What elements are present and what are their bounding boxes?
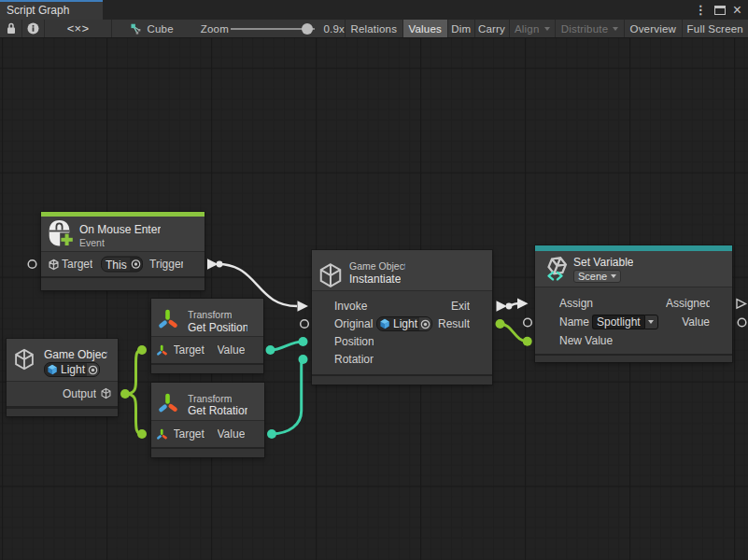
node-get-rotation[interactable]: Transform Get Rotation Target Value: [151, 383, 264, 457]
node-footer: [151, 447, 264, 457]
port-value-output-get-rotation[interactable]: [267, 429, 276, 439]
port-value-output-get-position[interactable]: [266, 345, 275, 355]
port-output-game-object[interactable]: [120, 389, 130, 399]
target-port-label: Target: [174, 427, 205, 441]
distribute-button[interactable]: Distribute: [556, 20, 625, 37]
variable-name-value: Spotlight: [592, 315, 644, 329]
scope-value: Scene: [578, 271, 607, 282]
node-footer: [7, 406, 118, 416]
mouse-add-icon: [48, 219, 74, 247]
target-port-label: Target: [174, 343, 205, 357]
node-set-variable[interactable]: Set Variable Scene Assign Assigned Name …: [535, 245, 732, 362]
node-footer: [41, 276, 205, 290]
position-port-label: Position: [334, 335, 374, 348]
node-footer: [151, 363, 263, 373]
align-caret-icon: [544, 27, 550, 31]
node-instantiate[interactable]: Game Object Instantiate Invoke Exit Orig…: [312, 250, 492, 385]
align-button[interactable]: Align: [510, 20, 557, 37]
window-menu-icon[interactable]: ⋮: [695, 3, 707, 17]
graph-kind-button[interactable]: <×>: [45, 20, 112, 37]
node-title: Game Object: [44, 348, 107, 361]
port-target-input-get-rotation[interactable]: [137, 429, 147, 439]
this-object-field[interactable]: This: [101, 257, 143, 273]
object-picker-icon[interactable]: [130, 258, 142, 272]
wire-output-to-get-position-target: [125, 350, 142, 394]
variable-name-dropdown[interactable]: [644, 315, 658, 329]
wire-output-to-get-rotation-target: [125, 394, 142, 434]
relations-button[interactable]: Relations: [346, 20, 403, 37]
zoom-value: 0.9x: [323, 23, 345, 35]
assigned-port-label: Assigned: [666, 297, 710, 310]
close-icon[interactable]: ×: [733, 2, 741, 19]
zoom-label: Zoom: [201, 23, 229, 35]
dropdown-caret-icon: [648, 320, 654, 324]
distribute-caret-icon: [613, 27, 618, 31]
variable-name-field[interactable]: Spotlight: [592, 315, 658, 329]
port-result-output-instantiate[interactable]: [496, 319, 505, 329]
port-original-input-instantiate[interactable]: [301, 320, 309, 329]
node-title: On Mouse Enter: [79, 223, 161, 236]
node-title: Get Rotation: [188, 404, 247, 417]
tab-script-graph[interactable]: Script Graph: [0, 0, 103, 20]
port-target-input-get-position[interactable]: [137, 345, 147, 355]
info-icon: [27, 22, 39, 35]
port-trigger-output-on-mouse-enter[interactable]: [207, 259, 219, 269]
object-picker-icon[interactable]: [87, 363, 99, 376]
carry-button[interactable]: Carry: [475, 20, 510, 37]
value-port-label: Value: [218, 427, 246, 441]
value-port-label: Value: [218, 343, 246, 357]
port-value-output-set-variable[interactable]: [738, 318, 746, 327]
light-object-field[interactable]: Light: [376, 316, 432, 331]
variable-icon: [543, 255, 570, 282]
zoom-slider[interactable]: [231, 28, 315, 30]
node-game-object[interactable]: Game Object Light Output: [7, 339, 118, 416]
assign-port-label: Assign: [559, 297, 593, 310]
align-label: Align: [515, 23, 540, 35]
port-position-input-instantiate[interactable]: [299, 337, 308, 346]
cube-icon: [12, 347, 36, 371]
graph-kind-icon: <×>: [67, 21, 89, 35]
node-title: Set Variable: [573, 256, 633, 269]
port-name-input-set-variable[interactable]: [524, 318, 532, 327]
overview-button[interactable]: Overview: [625, 20, 683, 37]
port-exit-output-instantiate[interactable]: [497, 301, 508, 311]
object-picker-icon[interactable]: [419, 317, 431, 330]
port-assign-input-set-variable[interactable]: [517, 299, 529, 309]
light-value: Light: [58, 363, 87, 376]
this-value: This: [102, 258, 130, 272]
port-target-input-on-mouse-enter[interactable]: [28, 260, 36, 269]
cube-icon: [317, 261, 345, 289]
wire-get-rotation-value-to-rotation: [272, 359, 303, 434]
node-on-mouse-enter[interactable]: On Mouse Enter Event Target This Trigge: [41, 212, 205, 290]
port-invoke-input-instantiate[interactable]: [298, 301, 309, 311]
dim-button[interactable]: Dim: [448, 20, 475, 37]
graph-canvas[interactable]: On Mouse Enter Event Target This Trigge: [0, 38, 748, 560]
node-subtitle: Event: [79, 237, 105, 248]
wire-result-to-new-value: [501, 324, 528, 342]
port-assigned-output-set-variable[interactable]: [737, 300, 746, 308]
unity-cube-icon: [45, 363, 58, 376]
name-port-label: Name: [559, 315, 589, 329]
dropdown-caret-icon: [611, 274, 616, 278]
light-object-field[interactable]: Light: [44, 362, 100, 377]
maximize-icon[interactable]: [714, 5, 726, 15]
node-get-position[interactable]: Transform Get Position Target Value: [151, 299, 263, 373]
script-graph-window: Script Graph ⋮ × <×>: [0, 0, 748, 560]
breadcrumb-cube[interactable]: Cube: [147, 23, 173, 35]
values-button[interactable]: Values: [403, 20, 449, 37]
port-new-value-input-set-variable[interactable]: [523, 337, 532, 346]
wire-exit-to-assign: [507, 303, 517, 306]
unity-cube-icon: [377, 317, 390, 330]
rotation-port-label: Rotation: [334, 353, 374, 366]
exit-port-label: Exit: [451, 300, 470, 313]
port-rotation-input-instantiate[interactable]: [299, 355, 308, 364]
result-port-label: Result: [438, 317, 470, 330]
lock-button[interactable]: [0, 20, 22, 37]
transform-icon: [157, 308, 179, 330]
lock-icon: [6, 22, 17, 35]
zoom-slider-handle[interactable]: [302, 23, 313, 35]
scope-dropdown[interactable]: Scene: [573, 270, 621, 283]
graph-node-icon: [130, 22, 142, 35]
full-screen-button[interactable]: Full Screen: [683, 20, 748, 37]
info-button[interactable]: [22, 20, 45, 37]
